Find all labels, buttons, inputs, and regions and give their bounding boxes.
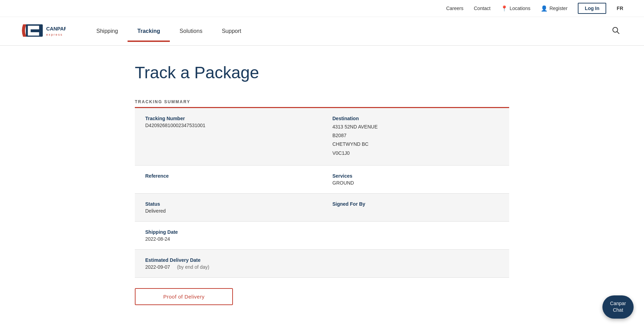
status-value: Delivered (145, 208, 312, 214)
estimated-delivery-label: Estimated Delivery Date (145, 257, 312, 263)
pod-btn-container: Proof of Delivery (135, 288, 509, 305)
svg-line-5 (617, 32, 619, 34)
careers-link[interactable]: Careers (446, 6, 463, 11)
nav-support[interactable]: Support (212, 20, 251, 42)
shipping-date-value: 2022-08-24 (145, 236, 312, 242)
tracking-summary-section: TRACKING SUMMARY Tracking Number D420926… (135, 99, 509, 305)
nav-solutions[interactable]: Solutions (170, 20, 212, 42)
tracking-summary-label: TRACKING SUMMARY (135, 99, 509, 104)
tracking-row-reference: Reference Services GROUND (135, 166, 509, 194)
main-nav: CANPAR express Shipping Tracking Solutio… (0, 17, 644, 46)
locations-link[interactable]: 📍 Locations (501, 5, 530, 12)
estimated-delivery-cell: Estimated Delivery Date 2022-09-07 (by e… (135, 250, 322, 277)
signed-for-label: Signed For By (332, 201, 499, 207)
logo[interactable]: CANPAR express (21, 17, 66, 45)
location-pin-icon: 📍 (501, 5, 508, 12)
top-bar: Careers Contact 📍 Locations 👤 Register L… (0, 0, 644, 17)
login-button[interactable]: Log In (578, 3, 606, 14)
register-link[interactable]: 👤 Register (541, 5, 567, 12)
reference-cell: Reference (135, 166, 322, 193)
tracking-number-label: Tracking Number (145, 116, 312, 121)
page-content: Track a Package TRACKING SUMMARY Trackin… (114, 46, 530, 322)
page-title: Track a Package (135, 63, 509, 82)
nav-tracking[interactable]: Tracking (128, 20, 170, 42)
language-button[interactable]: FR (617, 6, 623, 11)
contact-link[interactable]: Contact (474, 6, 490, 11)
estimated-delivery-note: (by end of day) (177, 264, 209, 270)
services-value: GROUND (332, 180, 499, 186)
estimated-delivery-empty-cell (322, 250, 509, 277)
tracking-number-value: D420926810002347531001 (145, 123, 312, 128)
destination-value: 4313 52ND AVENUE B2087 CHETWYND BC V0C1J… (332, 123, 499, 158)
estimated-delivery-value: 2022-09-07 (145, 264, 170, 270)
tracking-row-estimated-delivery: Estimated Delivery Date 2022-09-07 (by e… (135, 250, 509, 278)
svg-text:express: express (46, 33, 63, 36)
shipping-date-cell: Shipping Date 2022-08-24 (135, 222, 322, 249)
destination-cell: Destination 4313 52ND AVENUE B2087 CHETW… (322, 108, 509, 165)
tracking-row-shipping-date: Shipping Date 2022-08-24 (135, 222, 509, 250)
tracking-row-number: Tracking Number D420926810002347531001 D… (135, 108, 509, 166)
chat-label: CanparChat (610, 301, 626, 313)
svg-text:CANPAR: CANPAR (46, 26, 66, 32)
status-cell: Status Delivered (135, 194, 322, 221)
services-cell: Services GROUND (322, 166, 509, 193)
person-icon: 👤 (541, 5, 548, 12)
chat-bubble[interactable]: CanparChat (602, 295, 634, 319)
status-label: Status (145, 201, 312, 207)
destination-label: Destination (332, 116, 499, 121)
search-icon[interactable] (609, 23, 623, 39)
nav-shipping[interactable]: Shipping (87, 20, 128, 42)
reference-label: Reference (145, 173, 312, 179)
tracking-row-status: Status Delivered Signed For By (135, 194, 509, 222)
nav-items: Shipping Tracking Solutions Support (87, 20, 609, 42)
shipping-date-empty-cell (322, 222, 509, 249)
proof-of-delivery-button[interactable]: Proof of Delivery (135, 288, 233, 305)
shipping-date-label: Shipping Date (145, 229, 312, 235)
tracking-number-cell: Tracking Number D420926810002347531001 (135, 108, 322, 165)
services-label: Services (332, 173, 499, 179)
signed-for-cell: Signed For By (322, 194, 509, 221)
